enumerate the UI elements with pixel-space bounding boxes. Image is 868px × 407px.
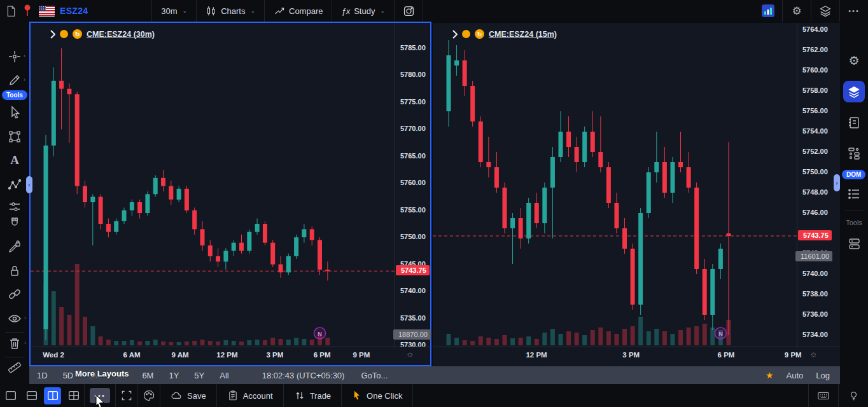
range-all[interactable]: All <box>212 371 236 380</box>
charts-button[interactable]: Charts ⌄ <box>197 0 264 22</box>
refresh-dot-icon[interactable]: ↻ <box>73 29 82 39</box>
theme-palette-icon[interactable] <box>138 384 160 407</box>
time-tick: 3 PM <box>622 351 640 359</box>
candlestick-plot[interactable]: N <box>31 23 395 347</box>
panels-icon[interactable] <box>840 237 868 251</box>
magnet-icon[interactable] <box>0 216 29 230</box>
more-options-icon[interactable]: ••• <box>840 0 868 22</box>
time-axis[interactable]: Wed 26 AM9 AM12 PM3 PM6 PM9 PM <box>31 347 430 366</box>
sliders-tool[interactable] <box>0 200 29 214</box>
divider <box>423 0 423 22</box>
one-click-button[interactable]: One Click <box>342 384 412 407</box>
brightness-icon[interactable]: ☼ <box>809 348 818 359</box>
drawing-lock-icon[interactable] <box>0 240 29 254</box>
compare-arrow-icon <box>274 5 285 17</box>
right-toolbar: ⚙ DOM Tools <box>840 22 868 384</box>
layout-rows-button[interactable] <box>23 387 40 404</box>
clock[interactable]: 18:02:43 (UTC+05:30) <box>262 371 345 380</box>
time-axis[interactable]: 12 PM3 PM6 PM9 PM <box>433 347 840 366</box>
journal-icon[interactable] <box>840 116 868 130</box>
chevron-right-icon[interactable]: › <box>24 53 25 59</box>
star-icon[interactable]: ★ <box>766 370 774 380</box>
price-tick: 5764.00 <box>802 25 828 33</box>
range-1y[interactable]: 1Y <box>161 371 186 380</box>
expand-header-icon[interactable] <box>50 30 55 39</box>
lock-icon[interactable] <box>0 264 29 278</box>
details-list-icon[interactable] <box>840 187 868 201</box>
trade-arrows-icon <box>294 390 305 401</box>
screener-icon[interactable] <box>754 0 782 22</box>
time-tick: 12 PM <box>216 351 237 359</box>
symbol-button[interactable]: ESZ24 <box>60 6 88 16</box>
goto-button[interactable]: GoTo... <box>361 371 388 380</box>
interval-button[interactable]: 30m ⌄ <box>152 0 196 22</box>
price-tick: 5770.00 <box>400 125 426 132</box>
layout-columns-button[interactable] <box>44 387 61 404</box>
chevron-right-icon[interactable]: › <box>24 76 25 83</box>
price-tick: 5758.00 <box>802 86 828 94</box>
object-tree-icon[interactable] <box>840 146 868 160</box>
drawing-toolbar: › › Tools A › › <box>0 22 29 384</box>
auto-scale-button[interactable]: Auto <box>787 371 804 380</box>
expand-header-icon[interactable] <box>452 30 458 39</box>
range-5y[interactable]: 5Y <box>186 371 212 380</box>
charts-label: Charts <box>221 6 245 16</box>
study-button[interactable]: ƒx Study ⌄ <box>332 0 394 22</box>
pattern-tool[interactable] <box>0 178 29 192</box>
pin-icon[interactable] <box>22 0 33 22</box>
trade-button[interactable]: Trade <box>284 384 341 407</box>
range-6m[interactable]: 6M <box>134 371 161 380</box>
price-tick: 5760.00 <box>400 179 426 186</box>
range-3m[interactable]: 3M <box>108 371 134 380</box>
document-icon[interactable] <box>0 0 22 22</box>
ruler-icon[interactable] <box>0 361 29 375</box>
text-tool[interactable]: A <box>0 153 29 167</box>
lightbulb-icon[interactable] <box>839 384 868 407</box>
layers-icon[interactable] <box>811 0 839 22</box>
keyboard-icon[interactable] <box>809 384 838 407</box>
watchlist-layers-button[interactable] <box>843 81 865 102</box>
price-tick: 5734.00 <box>802 331 828 338</box>
camera-icon[interactable] <box>395 0 423 22</box>
rectangle-tool[interactable] <box>0 130 29 144</box>
range-5d[interactable]: 5D <box>55 371 81 380</box>
top-toolbar: ESZ24 30m ⌄ Charts ⌄ Compare ƒx Study ⌄ … <box>0 0 868 22</box>
svg-text:N: N <box>718 331 723 337</box>
range-1d[interactable]: 1D <box>29 371 55 380</box>
us-flag-icon[interactable] <box>33 0 60 22</box>
price-tick: 5750.00 <box>400 233 426 240</box>
collapse-right-rail-handle[interactable]: › <box>834 174 840 191</box>
refresh-dot-icon[interactable]: ↻ <box>475 29 484 39</box>
chart-symbol-link[interactable]: CME:ESZ24 (30m) <box>87 30 155 39</box>
candlestick-plot[interactable]: N <box>433 23 797 347</box>
gear-icon[interactable]: ⚙ <box>783 0 811 22</box>
alert-dot-icon[interactable] <box>60 30 68 38</box>
brightness-icon[interactable]: ☼ <box>406 348 414 359</box>
price-axis[interactable]: 5785.005780.005775.005770.005765.005760.… <box>395 23 431 347</box>
compare-button[interactable]: Compare <box>265 0 332 22</box>
time-tick: 6 PM <box>314 351 331 359</box>
layout-grid-button[interactable] <box>65 387 82 404</box>
chevron-right-icon[interactable]: › <box>24 340 26 346</box>
save-button[interactable]: Save <box>160 384 216 407</box>
chart-symbol-link[interactable]: CME:ESZ24 (15m) <box>489 30 557 39</box>
gear-icon[interactable]: ⚙ <box>840 53 868 68</box>
layout-single-button[interactable] <box>2 387 19 404</box>
alert-dot-icon[interactable] <box>462 30 470 38</box>
more-layouts-button[interactable]: ••• <box>90 388 110 403</box>
collapse-left-rail-handle[interactable]: ‹ <box>26 176 32 193</box>
time-tick: Wed 2 <box>43 351 64 359</box>
chart-panel-30m[interactable]: ↻ CME:ESZ24 (30m) N 5785.005780.005775.0… <box>29 22 431 366</box>
account-button[interactable]: Account <box>217 384 283 407</box>
tools-badge: Tools <box>2 90 27 100</box>
chart-panel-15m[interactable]: ↻ CME:ESZ24 (15m) N 5764.005762.005760.0… <box>433 23 840 366</box>
log-scale-button[interactable]: Log <box>816 371 830 380</box>
divider <box>84 384 85 407</box>
range-1m[interactable]: 1M <box>81 371 108 380</box>
link-icon[interactable] <box>0 287 29 301</box>
chevron-right-icon[interactable]: › <box>24 315 26 321</box>
range-bar: 1D 5D 1M 3M 6M 1Y 5Y All 18:02:43 (UTC+0… <box>29 366 840 384</box>
price-tick: 5740.00 <box>400 287 426 294</box>
cursor-tool[interactable] <box>0 106 29 120</box>
fullscreen-icon[interactable] <box>116 384 137 407</box>
